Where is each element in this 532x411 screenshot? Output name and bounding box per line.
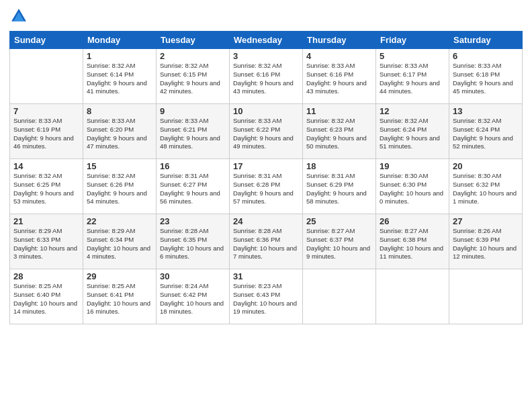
day-number: 11 (306, 106, 372, 116)
day-number: 1 (87, 51, 152, 61)
calendar-cell: 20Sunrise: 8:30 AMSunset: 6:32 PMDayligh… (449, 159, 523, 214)
day-info: Sunrise: 8:27 AMSunset: 6:38 PMDaylight:… (380, 227, 445, 261)
calendar-cell: 7Sunrise: 8:33 AMSunset: 6:19 PMDaylight… (10, 104, 83, 159)
day-info: Sunrise: 8:29 AMSunset: 6:33 PMDaylight:… (13, 227, 79, 261)
calendar-week-row: 7Sunrise: 8:33 AMSunset: 6:19 PMDaylight… (10, 104, 523, 159)
calendar-cell: 21Sunrise: 8:29 AMSunset: 6:33 PMDayligh… (10, 214, 83, 269)
calendar-cell: 25Sunrise: 8:27 AMSunset: 6:37 PMDayligh… (303, 214, 376, 269)
logo-icon (9, 7, 28, 26)
day-info: Sunrise: 8:25 AMSunset: 6:40 PMDaylight:… (13, 282, 79, 316)
day-info: Sunrise: 8:33 AMSunset: 6:18 PMDaylight:… (453, 62, 519, 96)
day-number: 14 (13, 161, 79, 171)
calendar-cell (449, 269, 523, 324)
day-info: Sunrise: 8:33 AMSunset: 6:21 PMDaylight:… (160, 117, 226, 151)
day-number: 15 (87, 161, 152, 171)
calendar-cell: 27Sunrise: 8:26 AMSunset: 6:39 PMDayligh… (449, 214, 523, 269)
day-info: Sunrise: 8:31 AMSunset: 6:27 PMDaylight:… (160, 172, 226, 206)
calendar-cell: 3Sunrise: 8:32 AMSunset: 6:16 PMDaylight… (230, 49, 303, 104)
day-number: 7 (13, 106, 79, 116)
day-info: Sunrise: 8:32 AMSunset: 6:14 PMDaylight:… (87, 62, 152, 96)
day-number: 19 (380, 161, 445, 171)
calendar-cell: 10Sunrise: 8:33 AMSunset: 6:22 PMDayligh… (230, 104, 303, 159)
day-number: 22 (87, 216, 152, 226)
calendar-cell: 13Sunrise: 8:32 AMSunset: 6:24 PMDayligh… (449, 104, 523, 159)
day-number: 29 (87, 271, 152, 281)
calendar-week-row: 14Sunrise: 8:32 AMSunset: 6:25 PMDayligh… (10, 159, 523, 214)
day-info: Sunrise: 8:32 AMSunset: 6:23 PMDaylight:… (306, 117, 372, 151)
day-number: 12 (380, 106, 445, 116)
calendar-header-thursday: Thursday (303, 32, 376, 49)
calendar-week-row: 21Sunrise: 8:29 AMSunset: 6:33 PMDayligh… (10, 214, 523, 269)
day-info: Sunrise: 8:32 AMSunset: 6:15 PMDaylight:… (160, 62, 226, 96)
calendar-cell (376, 269, 449, 324)
calendar-cell (303, 269, 376, 324)
day-info: Sunrise: 8:26 AMSunset: 6:39 PMDaylight:… (453, 227, 519, 261)
calendar-cell: 17Sunrise: 8:31 AMSunset: 6:28 PMDayligh… (230, 159, 303, 214)
logo (9, 7, 31, 26)
day-number: 27 (453, 216, 519, 226)
day-number: 2 (160, 51, 226, 61)
day-info: Sunrise: 8:27 AMSunset: 6:37 PMDaylight:… (306, 227, 372, 261)
calendar-cell: 9Sunrise: 8:33 AMSunset: 6:21 PMDaylight… (157, 104, 230, 159)
calendar-header-monday: Monday (83, 32, 157, 49)
day-number: 24 (233, 216, 299, 226)
day-info: Sunrise: 8:32 AMSunset: 6:24 PMDaylight:… (453, 117, 519, 151)
calendar-cell: 31Sunrise: 8:23 AMSunset: 6:43 PMDayligh… (230, 269, 303, 324)
calendar-header-sunday: Sunday (10, 32, 83, 49)
calendar-header-wednesday: Wednesday (230, 32, 303, 49)
day-info: Sunrise: 8:33 AMSunset: 6:22 PMDaylight:… (233, 117, 299, 151)
calendar-header-row: SundayMondayTuesdayWednesdayThursdayFrid… (10, 32, 523, 49)
day-info: Sunrise: 8:33 AMSunset: 6:16 PMDaylight:… (306, 62, 372, 96)
header (9, 7, 523, 26)
calendar-cell: 1Sunrise: 8:32 AMSunset: 6:14 PMDaylight… (83, 49, 157, 104)
day-info: Sunrise: 8:30 AMSunset: 6:32 PMDaylight:… (453, 172, 519, 206)
day-number: 3 (233, 51, 299, 61)
calendar-cell: 26Sunrise: 8:27 AMSunset: 6:38 PMDayligh… (376, 214, 449, 269)
day-number: 28 (13, 271, 79, 281)
day-info: Sunrise: 8:30 AMSunset: 6:30 PMDaylight:… (380, 172, 445, 206)
calendar-cell: 18Sunrise: 8:31 AMSunset: 6:29 PMDayligh… (303, 159, 376, 214)
day-info: Sunrise: 8:29 AMSunset: 6:34 PMDaylight:… (87, 227, 152, 261)
day-info: Sunrise: 8:32 AMSunset: 6:26 PMDaylight:… (87, 172, 152, 206)
calendar-cell: 6Sunrise: 8:33 AMSunset: 6:18 PMDaylight… (449, 49, 523, 104)
calendar-table: SundayMondayTuesdayWednesdayThursdayFrid… (9, 31, 523, 324)
day-info: Sunrise: 8:23 AMSunset: 6:43 PMDaylight:… (233, 282, 299, 316)
calendar-header-saturday: Saturday (449, 32, 523, 49)
day-info: Sunrise: 8:32 AMSunset: 6:16 PMDaylight:… (233, 62, 299, 96)
calendar-cell: 14Sunrise: 8:32 AMSunset: 6:25 PMDayligh… (10, 159, 83, 214)
day-number: 8 (87, 106, 152, 116)
day-info: Sunrise: 8:31 AMSunset: 6:29 PMDaylight:… (306, 172, 372, 206)
day-number: 21 (13, 216, 79, 226)
calendar-week-row: 28Sunrise: 8:25 AMSunset: 6:40 PMDayligh… (10, 269, 523, 324)
calendar-cell: 19Sunrise: 8:30 AMSunset: 6:30 PMDayligh… (376, 159, 449, 214)
day-number: 13 (453, 106, 519, 116)
day-number: 30 (160, 271, 226, 281)
calendar-cell: 16Sunrise: 8:31 AMSunset: 6:27 PMDayligh… (157, 159, 230, 214)
day-info: Sunrise: 8:32 AMSunset: 6:24 PMDaylight:… (380, 117, 445, 151)
calendar-cell: 23Sunrise: 8:28 AMSunset: 6:35 PMDayligh… (157, 214, 230, 269)
calendar-cell: 2Sunrise: 8:32 AMSunset: 6:15 PMDaylight… (157, 49, 230, 104)
day-info: Sunrise: 8:28 AMSunset: 6:36 PMDaylight:… (233, 227, 299, 261)
day-info: Sunrise: 8:33 AMSunset: 6:19 PMDaylight:… (13, 117, 79, 151)
day-number: 26 (380, 216, 445, 226)
day-info: Sunrise: 8:25 AMSunset: 6:41 PMDaylight:… (87, 282, 152, 316)
day-info: Sunrise: 8:24 AMSunset: 6:42 PMDaylight:… (160, 282, 226, 316)
day-number: 18 (306, 161, 372, 171)
day-number: 31 (233, 271, 299, 281)
day-number: 17 (233, 161, 299, 171)
day-info: Sunrise: 8:31 AMSunset: 6:28 PMDaylight:… (233, 172, 299, 206)
calendar-cell: 24Sunrise: 8:28 AMSunset: 6:36 PMDayligh… (230, 214, 303, 269)
day-number: 20 (453, 161, 519, 171)
day-info: Sunrise: 8:32 AMSunset: 6:25 PMDaylight:… (13, 172, 79, 206)
calendar-header-friday: Friday (376, 32, 449, 49)
calendar-cell: 29Sunrise: 8:25 AMSunset: 6:41 PMDayligh… (83, 269, 157, 324)
calendar-cell: 5Sunrise: 8:33 AMSunset: 6:17 PMDaylight… (376, 49, 449, 104)
day-info: Sunrise: 8:33 AMSunset: 6:20 PMDaylight:… (87, 117, 152, 151)
calendar-cell: 11Sunrise: 8:32 AMSunset: 6:23 PMDayligh… (303, 104, 376, 159)
calendar-cell: 8Sunrise: 8:33 AMSunset: 6:20 PMDaylight… (83, 104, 157, 159)
day-number: 25 (306, 216, 372, 226)
calendar-cell: 28Sunrise: 8:25 AMSunset: 6:40 PMDayligh… (10, 269, 83, 324)
calendar-cell: 15Sunrise: 8:32 AMSunset: 6:26 PMDayligh… (83, 159, 157, 214)
day-number: 10 (233, 106, 299, 116)
day-number: 4 (306, 51, 372, 61)
